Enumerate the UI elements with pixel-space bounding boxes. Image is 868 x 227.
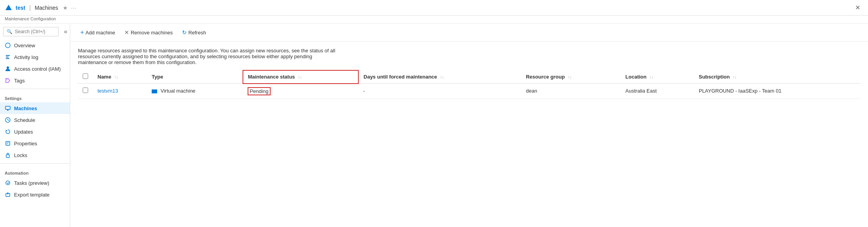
task-icon (5, 180, 11, 186)
col-days-label: Days until forced maintenance (363, 74, 437, 80)
main-content: + Add machine ✕ Remove machines ↻ Refres… (70, 24, 868, 227)
sidebar-label-overview: Overview (14, 43, 35, 48)
svg-rect-9 (7, 110, 9, 111)
sidebar-item-export-template[interactable]: Export template (0, 189, 70, 200)
col-type-label: Type (152, 74, 163, 80)
sidebar-label-activity-log: Activity log (14, 54, 38, 60)
update-icon (5, 129, 11, 135)
lock-icon (5, 152, 11, 158)
svg-point-18 (6, 181, 10, 185)
row-checkbox-cell (78, 84, 93, 99)
table-row: testvm13 Virtual machine Pending - dean … (78, 84, 860, 99)
resource-type: Machines (35, 5, 58, 11)
sidebar-label-updates: Updates (14, 129, 33, 135)
svg-line-12 (8, 120, 9, 121)
sidebar-collapse-button[interactable]: « (62, 27, 70, 36)
svg-point-5 (7, 66, 9, 69)
col-header-location[interactable]: Location ↑↓ (621, 70, 694, 84)
toolbar: + Add machine ✕ Remove machines ↻ Refres… (70, 24, 868, 41)
app-name: test (16, 5, 25, 11)
sidebar-label-machines: Machines (14, 105, 37, 111)
cell-name: testvm13 (93, 84, 147, 99)
close-button[interactable]: ✕ (852, 2, 863, 13)
remove-machines-label: Remove machines (131, 30, 173, 36)
sidebar-item-access-control[interactable]: Access control (IAM) (0, 63, 70, 75)
add-machine-button[interactable]: + Add machine (76, 27, 119, 38)
search-icon: 🔍 (7, 29, 12, 34)
svg-rect-8 (5, 106, 10, 109)
col-resource-group-label: Resource group (526, 74, 565, 80)
cell-days-forced: - (358, 84, 521, 99)
sort-name-icon: ↑↓ (114, 75, 118, 79)
add-icon: + (80, 29, 84, 36)
refresh-button[interactable]: ↻ Refresh (178, 27, 210, 38)
description-text: Manage resources assigned to this mainte… (78, 48, 335, 65)
remove-icon: ✕ (124, 29, 129, 36)
col-header-days-forced[interactable]: Days until forced maintenance ↑↓ (358, 70, 521, 84)
cell-subscription: PLAYGROUND - IaaSExp - Team 01 (694, 84, 860, 99)
person-icon (5, 66, 11, 72)
sort-rg-icon: ↑↓ (568, 75, 572, 79)
subtitle-bar: Maintenance Configuration (0, 16, 868, 24)
sidebar-label-access-control: Access control (IAM) (14, 66, 61, 72)
sidebar-item-properties[interactable]: Properties (0, 138, 70, 149)
top-bar-separator: | (29, 4, 31, 11)
col-header-maintenance-status[interactable]: Maintenance status ↑↓ (243, 70, 359, 84)
sidebar-item-tasks[interactable]: Tasks (preview) (0, 177, 70, 189)
clock-icon (5, 117, 11, 123)
sidebar-item-schedule[interactable]: Schedule (0, 114, 70, 126)
properties-icon (5, 140, 11, 147)
svg-point-7 (7, 79, 7, 80)
sidebar-item-locks[interactable]: Locks (0, 149, 70, 161)
sidebar-item-machines[interactable]: Machines (0, 102, 70, 114)
maintenance-status-badge: Pending (248, 87, 271, 95)
refresh-icon: ↻ (182, 29, 187, 36)
circle-icon (5, 42, 11, 48)
machines-table: Name ↑↓ Type Maintenance status ↑↓ Days … (78, 70, 860, 99)
top-bar: test | Machines ★ ··· ✕ (0, 0, 868, 16)
select-all-checkbox[interactable] (83, 73, 88, 79)
subtitle-text: Maintenance Configuration (5, 16, 56, 21)
sort-sub-icon: ↑↓ (733, 75, 737, 79)
vm-type-label: Virtual machine (161, 88, 195, 94)
svg-point-1 (5, 43, 10, 48)
col-location-label: Location (625, 74, 647, 80)
col-header-resource-group[interactable]: Resource group ↑↓ (521, 70, 621, 84)
top-bar-star[interactable]: ★ (63, 5, 68, 11)
header-checkbox-cell (78, 70, 93, 84)
svg-marker-13 (6, 130, 7, 131)
export-icon (5, 191, 11, 198)
row-checkbox[interactable] (83, 88, 88, 93)
svg-marker-6 (6, 79, 10, 82)
col-header-subscription[interactable]: Subscription ↑↓ (694, 70, 860, 84)
col-maintenance-status-label: Maintenance status (248, 74, 295, 80)
vm-type-icon (152, 89, 157, 93)
table-header-row: Name ↑↓ Type Maintenance status ↑↓ Days … (78, 70, 860, 84)
sort-maintenance-icon: ↑↓ (298, 75, 302, 79)
col-header-name[interactable]: Name ↑↓ (93, 70, 147, 84)
settings-section-label: Settings (0, 91, 70, 102)
sidebar-item-overview[interactable]: Overview (0, 39, 70, 51)
cell-location: Australia East (621, 84, 694, 99)
vm-name-link[interactable]: testvm13 (97, 88, 118, 94)
col-header-type[interactable]: Type (147, 70, 243, 84)
description-area: Manage resources assigned to this mainte… (70, 41, 343, 70)
remove-machines-button[interactable]: ✕ Remove machines (120, 27, 177, 38)
activity-icon (5, 54, 11, 60)
sidebar-item-tags[interactable]: Tags (0, 75, 70, 86)
sidebar-divider-1 (0, 89, 70, 89)
sidebar-item-activity-log[interactable]: Activity log (0, 51, 70, 63)
sort-location-icon: ↑↓ (650, 75, 654, 79)
sidebar-divider-2 (0, 163, 70, 164)
svg-rect-17 (6, 155, 9, 157)
sidebar-label-properties: Properties (14, 141, 37, 147)
svg-rect-2 (6, 55, 10, 56)
sidebar-label-export: Export template (14, 192, 50, 198)
automation-section-label: Automation (0, 166, 70, 177)
svg-rect-3 (6, 57, 9, 57)
search-input[interactable] (15, 29, 55, 34)
top-bar-ellipsis[interactable]: ··· (71, 5, 77, 11)
sidebar-item-updates[interactable]: Updates (0, 126, 70, 138)
svg-rect-4 (6, 58, 9, 59)
sidebar-search-box[interactable]: 🔍 (3, 27, 58, 36)
